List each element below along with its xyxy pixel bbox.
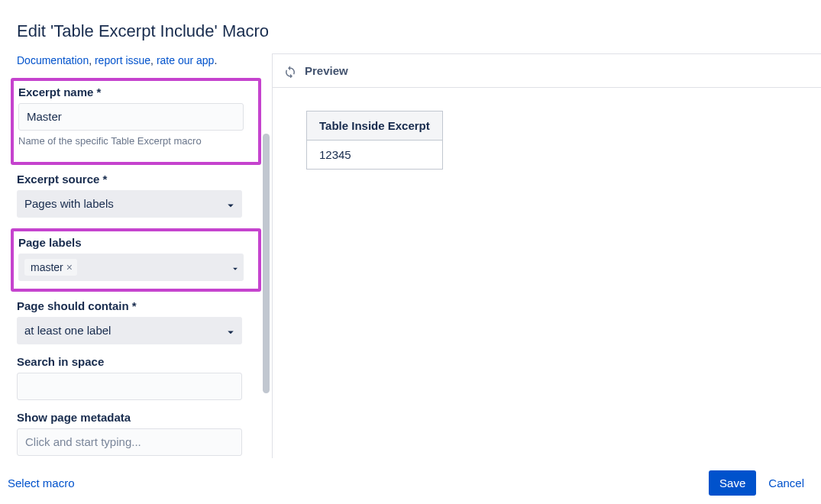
- preview-header: Preview: [273, 54, 821, 88]
- excerpt-name-help: Name of the specific Table Excerpt macro: [18, 135, 252, 147]
- preview-table-cell: 12345: [307, 141, 443, 170]
- preview-panel: Preview Table Inside Excerpt 12345: [272, 53, 821, 458]
- scrollbar-thumb[interactable]: [263, 134, 270, 393]
- chevron-down-icon: [230, 263, 238, 271]
- page-labels-label: Page labels: [18, 236, 252, 249]
- macro-config-panel: Documentation, report issue, rate our ap…: [0, 53, 272, 458]
- page-labels-highlight: Page labels master ×: [11, 228, 261, 292]
- search-in-space-label: Search in space: [17, 355, 258, 368]
- page-should-contain-label: Page should contain *: [17, 299, 258, 312]
- page-should-contain-value: at least one label: [24, 324, 111, 337]
- show-page-metadata-input[interactable]: [17, 428, 242, 456]
- chevron-down-icon: [224, 199, 234, 209]
- excerpt-name-label: Excerpt name *: [18, 86, 252, 99]
- page-label-chip-text: master: [31, 261, 63, 273]
- documentation-link[interactable]: Documentation: [17, 54, 89, 66]
- show-page-metadata-label: Show page metadata: [17, 411, 258, 424]
- doc-links: Documentation, report issue, rate our ap…: [17, 53, 258, 69]
- page-labels-select[interactable]: master ×: [18, 254, 244, 281]
- excerpt-name-highlight: Excerpt name * Name of the specific Tabl…: [11, 78, 261, 165]
- excerpt-source-value: Pages with labels: [24, 197, 114, 210]
- page-should-contain-select[interactable]: at least one label: [17, 317, 242, 344]
- preview-header-label: Preview: [305, 64, 348, 77]
- excerpt-source-select[interactable]: Pages with labels: [17, 190, 242, 218]
- excerpt-name-input[interactable]: [18, 103, 244, 131]
- dialog-footer: Select macro Save Cancel: [0, 462, 821, 504]
- cancel-button[interactable]: Cancel: [768, 477, 804, 489]
- chip-remove-icon[interactable]: ×: [66, 262, 73, 273]
- page-label-chip: master ×: [24, 259, 77, 276]
- report-issue-link[interactable]: report issue: [95, 54, 150, 66]
- select-macro-link[interactable]: Select macro: [8, 477, 75, 489]
- chevron-down-icon: [224, 325, 234, 336]
- search-in-space-input[interactable]: [17, 373, 242, 400]
- table-row: 12345: [307, 141, 443, 170]
- save-button[interactable]: Save: [709, 470, 756, 496]
- rate-app-link[interactable]: rate our app: [157, 54, 215, 66]
- dialog-title: Edit 'Table Excerpt Include' Macro: [0, 0, 821, 53]
- preview-table-header: Table Inside Excerpt: [307, 111, 443, 141]
- excerpt-source-label: Excerpt source *: [17, 173, 258, 186]
- preview-table: Table Inside Excerpt 12345: [306, 111, 443, 170]
- refresh-icon[interactable]: [283, 64, 297, 78]
